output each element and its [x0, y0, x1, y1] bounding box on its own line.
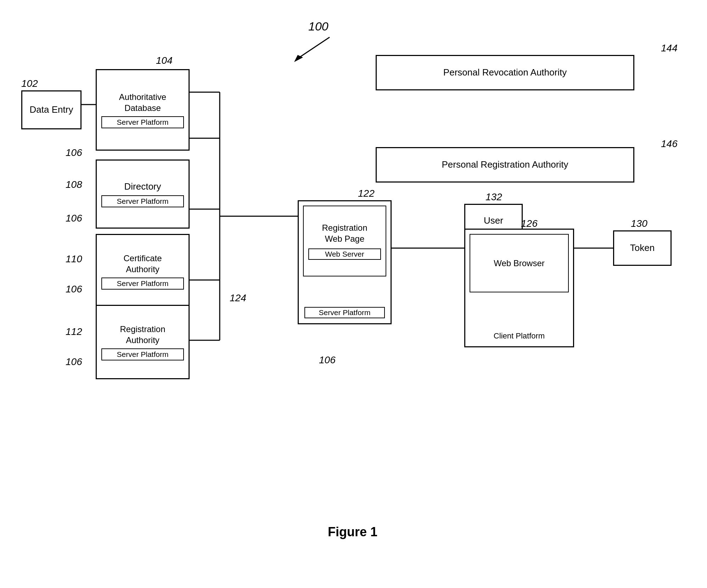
ref-102: 102 — [21, 78, 38, 89]
ref-126: 126 — [521, 218, 538, 229]
personal-revocation-box: Personal Revocation Authority — [376, 55, 634, 90]
directory-box: Directory Server Platform — [96, 159, 190, 229]
ref-106-dir: 106 — [66, 213, 82, 224]
reg-authority-box: RegistrationAuthority Server Platform — [96, 305, 190, 379]
personal-registration-box: Personal Registration Authority — [376, 147, 634, 183]
ref-144: 144 — [661, 43, 678, 54]
reg-web-page-outer-box: RegistrationWeb Page Web Server Server P… — [298, 200, 392, 324]
figure-label: Figure 1 — [308, 525, 397, 539]
reg-web-page-label: RegistrationWeb Page — [322, 222, 367, 244]
token-label: Token — [630, 242, 655, 254]
ref-106-auth: 106 — [66, 147, 82, 158]
cert-authority-label: CertificateAuthority — [123, 253, 162, 275]
personal-registration-label: Personal Registration Authority — [442, 159, 568, 171]
reg-authority-platform: Server Platform — [101, 348, 184, 360]
web-server-label: Web Server — [308, 248, 381, 260]
diagram: 100 102 Data Entry 104 106 Authoritative… — [0, 0, 707, 588]
auth-db-label: AuthoritativeDatabase — [119, 91, 166, 113]
web-browser-inner-box: Web Browser — [470, 234, 569, 292]
ref-130: 130 — [631, 218, 647, 229]
ref-146: 146 — [661, 138, 678, 150]
ref-106-web: 106 — [319, 354, 336, 366]
web-browser-label: Web Browser — [494, 258, 545, 268]
ref-124: 124 — [230, 292, 246, 304]
svg-line-10 — [298, 37, 330, 58]
svg-marker-11 — [294, 55, 303, 62]
ref-104: 104 — [156, 55, 173, 66]
user-label: User — [484, 215, 503, 227]
ref-132: 132 — [486, 191, 502, 203]
cert-authority-platform: Server Platform — [101, 278, 184, 290]
ref-108: 108 — [66, 179, 82, 190]
directory-label: Directory — [124, 181, 161, 193]
personal-revocation-label: Personal Revocation Authority — [443, 67, 567, 79]
ref-110: 110 — [66, 253, 82, 265]
auth-db-platform: Server Platform — [101, 116, 184, 128]
ref-112: 112 — [66, 326, 82, 337]
web-browser-outer-box: Web Browser Client Platform — [464, 229, 574, 347]
reg-web-page-inner-box: RegistrationWeb Page Web Server — [303, 206, 386, 276]
auth-db-box: AuthoritativeDatabase Server Platform — [96, 69, 190, 151]
data-entry-box: Data Entry — [21, 90, 82, 129]
reg-web-server-platform: Server Platform — [304, 307, 385, 318]
directory-platform: Server Platform — [101, 195, 184, 207]
ref-122: 122 — [358, 188, 375, 199]
ref-106-cert: 106 — [66, 284, 82, 295]
ref-106-reg: 106 — [66, 356, 82, 368]
token-box: Token — [613, 230, 672, 266]
arrow-100-label: 100 — [308, 19, 329, 33]
reg-authority-label: RegistrationAuthority — [120, 324, 165, 346]
data-entry-label: Data Entry — [30, 104, 73, 116]
cert-authority-box: CertificateAuthority Server Platform — [96, 234, 190, 308]
client-platform-label: Client Platform — [494, 331, 545, 341]
